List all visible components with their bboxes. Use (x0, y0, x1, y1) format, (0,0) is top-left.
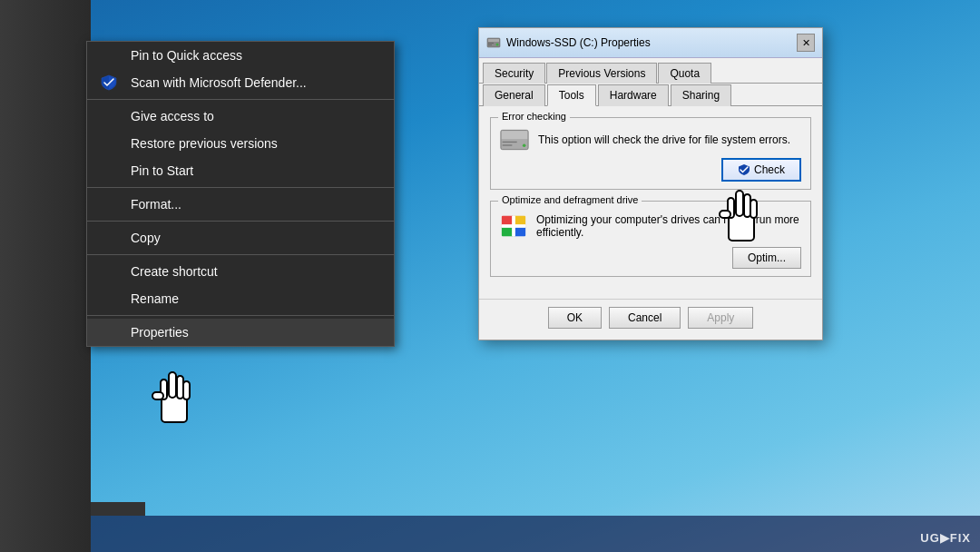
svg-rect-22 (502, 224, 525, 228)
context-menu-item-properties[interactable]: Properties (87, 319, 394, 346)
copy-label: Copy (131, 231, 161, 245)
dialog-tabs-row1: Security Previous Versions Quota (479, 58, 822, 84)
taskbar (0, 516, 980, 552)
context-menu-item-scan-defender[interactable]: Scan with Microsoft Defender... (87, 69, 394, 96)
dialog-tabs-row2: General Tools Hardware Sharing (479, 84, 822, 106)
watermark: UG▶FIX (920, 531, 971, 545)
dialog-close-button[interactable]: ✕ (797, 34, 815, 52)
context-menu-item-give-access[interactable]: Give access to (87, 103, 394, 130)
dialog-titlebar-left: Windows-SSD (C:) Properties (486, 35, 651, 50)
context-menu-item-restore-versions[interactable]: Restore previous versions (87, 130, 394, 157)
separator-5 (87, 315, 394, 316)
check-button-label: Check (754, 163, 785, 176)
tab-tools[interactable]: Tools (547, 84, 596, 106)
context-menu-item-create-shortcut[interactable]: Create shortcut (87, 258, 394, 285)
context-menu-item-copy[interactable]: Copy (87, 224, 394, 251)
optimize-button-label: Optim... (748, 251, 786, 264)
tab-sharing[interactable]: Sharing (671, 84, 731, 106)
optimize-description: Optimizing your computer's drives can he… (536, 213, 801, 239)
restore-versions-label: Restore previous versions (131, 136, 278, 151)
svg-point-13 (523, 143, 526, 147)
context-menu: Pin to Quick access Scan with Microsoft … (86, 41, 395, 347)
colorful-drive-icon (500, 212, 527, 240)
pin-quick-access-label: Pin to Quick access (131, 48, 242, 63)
optimize-btn-row: Optim... (500, 247, 801, 269)
error-checking-description: This option will check the drive for fil… (538, 133, 801, 146)
optimize-section: Optimize and defragment drive Optimizing… (490, 201, 811, 277)
check-button[interactable]: Check (721, 158, 801, 182)
svg-rect-10 (488, 44, 492, 45)
format-label: Format... (131, 197, 181, 212)
optimize-row: Optimizing your computer's drives can he… (500, 212, 801, 240)
apply-button[interactable]: Apply (688, 307, 753, 329)
svg-rect-7 (488, 39, 499, 42)
shield-icon (100, 74, 118, 92)
svg-point-8 (496, 44, 499, 46)
give-access-label: Give access to (131, 109, 214, 123)
dialog-footer: OK Cancel Apply (479, 299, 822, 340)
svg-rect-9 (488, 43, 494, 44)
cancel-button[interactable]: Cancel (609, 307, 681, 329)
separator-1 (87, 99, 394, 100)
error-checking-btn-row: Check (500, 158, 801, 182)
context-menu-item-pin-quick-access[interactable]: Pin to Quick access (87, 42, 394, 69)
svg-rect-15 (503, 144, 513, 145)
properties-label: Properties (131, 325, 189, 340)
tab-security[interactable]: Security (483, 63, 545, 84)
svg-rect-12 (502, 131, 527, 139)
drive-icon (486, 35, 501, 50)
optimize-label: Optimize and defragment drive (498, 194, 642, 205)
context-menu-item-rename[interactable]: Rename (87, 285, 394, 312)
context-menu-item-pin-start[interactable]: Pin to Start (87, 157, 394, 184)
tab-quota[interactable]: Quota (658, 63, 711, 84)
dialog-titlebar: Windows-SSD (C:) Properties ✕ (479, 28, 822, 58)
tab-general[interactable]: General (483, 84, 545, 106)
optimize-button[interactable]: Optim... (732, 247, 801, 269)
check-btn-shield-icon (738, 163, 750, 176)
hdd-icon (500, 129, 529, 151)
dialog-title: Windows-SSD (C:) Properties (506, 36, 651, 49)
error-checking-section: Error checking This option will check th… (490, 117, 811, 190)
tab-hardware[interactable]: Hardware (598, 84, 669, 106)
properties-dialog: Windows-SSD (C:) Properties ✕ Security P… (478, 27, 823, 340)
error-checking-row: This option will check the drive for fil… (500, 129, 801, 151)
create-shortcut-label: Create shortcut (131, 264, 218, 279)
separator-2 (87, 187, 394, 188)
ok-button[interactable]: OK (548, 307, 602, 329)
separator-4 (87, 254, 394, 255)
explorer-side-panel (0, 0, 91, 552)
rename-label: Rename (131, 291, 179, 306)
dialog-content: Error checking This option will check th… (479, 106, 822, 299)
error-checking-label: Error checking (498, 111, 570, 122)
tab-previous-versions[interactable]: Previous Versions (546, 63, 657, 84)
separator-3 (87, 221, 394, 222)
context-menu-item-format[interactable]: Format... (87, 191, 394, 218)
svg-rect-14 (503, 142, 517, 143)
scan-defender-label: Scan with Microsoft Defender... (131, 75, 307, 90)
pin-start-label: Pin to Start (131, 163, 193, 178)
